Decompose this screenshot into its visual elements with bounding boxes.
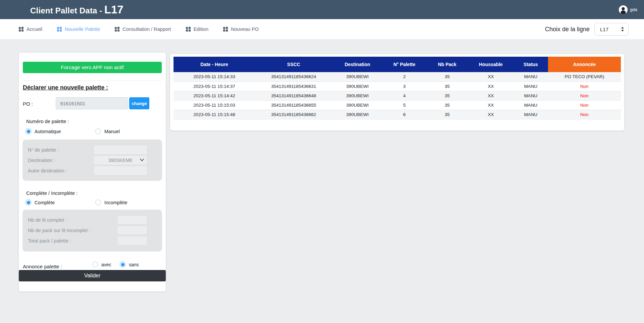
app-header: Client Pallet Data - L17 gda bbox=[0, 0, 644, 19]
grid-icon bbox=[186, 27, 191, 32]
chevron-down-icon bbox=[140, 159, 144, 161]
num-palette-label: N° de palette : bbox=[28, 147, 59, 153]
line-chooser-label: Choix de la ligne bbox=[545, 26, 590, 33]
cell-nb-pack: 35 bbox=[426, 82, 468, 91]
autre-destination-row: Autre destination : bbox=[22, 165, 162, 176]
cell-palette: 4 bbox=[383, 91, 426, 100]
cell-destination: 390UBEWI bbox=[332, 110, 383, 119]
nb-lit-complet-row: Nb de lit complet : bbox=[22, 215, 162, 225]
cell-sscc: 354131491185436655 bbox=[255, 100, 332, 110]
col-header-date-heure: Date - Heure bbox=[174, 57, 255, 72]
destination-select-value: 390SKEME bbox=[108, 158, 133, 163]
cell-status: MANU bbox=[513, 110, 548, 119]
cell-annoncee: Non bbox=[548, 91, 621, 100]
radio-label: Complète bbox=[35, 200, 55, 205]
total-pack-row: Total pack / palette : bbox=[22, 235, 162, 246]
nav-item-consultation-rapport[interactable]: Consultation / Rapport bbox=[115, 26, 171, 32]
main-nav: Accueil Nouvelle Palette Consultation / … bbox=[0, 19, 644, 39]
radio-unselected-icon bbox=[92, 262, 98, 267]
grid-icon bbox=[57, 27, 62, 32]
radio-label: sans bbox=[129, 262, 139, 267]
annonce-radio-group: avec sans bbox=[19, 262, 166, 268]
main-content: Forcage vers APF non actif Déclarer une … bbox=[0, 39, 644, 323]
user-menu[interactable]: gda bbox=[619, 5, 637, 14]
numero-palette-fieldset: N° de palette : Destination : 390SKEME bbox=[22, 140, 162, 181]
destination-select[interactable]: 390SKEME bbox=[94, 155, 147, 165]
cell-palette: 5 bbox=[383, 100, 426, 110]
nb-lit-complet-label: Nb de lit complet : bbox=[28, 217, 67, 223]
nav-label: Accueil bbox=[27, 26, 42, 32]
nb-lit-complet-input[interactable] bbox=[117, 215, 147, 224]
table-row: 2023-05-11 15:15:48 354131491185436662 3… bbox=[174, 110, 621, 119]
destination-row: Destination : 390SKEME bbox=[22, 155, 162, 165]
cell-houssable: XX bbox=[468, 100, 513, 110]
cell-status: MANU bbox=[513, 91, 548, 100]
divider bbox=[23, 80, 162, 81]
cell-destination: 390UBEWI bbox=[332, 82, 383, 91]
autre-destination-label: Autre destination : bbox=[28, 168, 67, 173]
nav-item-edition[interactable]: Edition bbox=[186, 26, 208, 32]
nav-item-nouvelle-palette[interactable]: Nouvelle Palette bbox=[57, 26, 100, 32]
cell-destination: 390UBEWI bbox=[332, 100, 383, 110]
table-header-row: Date - Heure SSCC Destination N° Palette… bbox=[174, 57, 621, 72]
nav-item-accueil[interactable]: Accueil bbox=[19, 26, 42, 32]
po-input[interactable] bbox=[56, 97, 128, 109]
cell-date: 2023-05-11 15:15:03 bbox=[174, 100, 255, 110]
cell-date: 2023-05-11 15:14:37 bbox=[174, 82, 255, 91]
cell-date: 2023-05-11 15:14:42 bbox=[174, 91, 255, 100]
forcage-apf-button[interactable]: Forcage vers APF non actif bbox=[23, 62, 162, 73]
cell-annoncee: Non bbox=[548, 82, 621, 91]
grid-icon bbox=[19, 27, 23, 32]
radio-selected-icon bbox=[26, 128, 31, 134]
nb-pack-incomplet-input[interactable] bbox=[117, 226, 147, 235]
radio-automatique[interactable]: Automatique bbox=[26, 128, 61, 134]
num-palette-input[interactable] bbox=[94, 145, 147, 155]
radio-manuel[interactable]: Manuel bbox=[95, 128, 120, 134]
radio-label: Automatique bbox=[35, 129, 61, 134]
cell-nb-pack: 35 bbox=[426, 110, 468, 119]
nav-label: Consultation / Rapport bbox=[122, 26, 171, 32]
cell-houssable: XX bbox=[468, 91, 513, 100]
radio-complete[interactable]: Complète bbox=[26, 200, 55, 205]
line-select-value: L17 bbox=[600, 26, 621, 32]
radio-label: Incomplète bbox=[104, 200, 127, 205]
complete-section-label: Complète / Incomplète : bbox=[26, 191, 78, 196]
total-pack-input[interactable] bbox=[117, 236, 147, 245]
grid-icon bbox=[115, 27, 119, 32]
col-header-nb-pack: Nb Pack bbox=[426, 57, 468, 72]
destination-label: Destination : bbox=[28, 158, 55, 163]
line-select[interactable]: L17 bbox=[594, 23, 629, 36]
radio-unselected-icon bbox=[95, 128, 101, 134]
radio-sans[interactable]: sans bbox=[120, 262, 139, 267]
radio-selected-icon bbox=[120, 262, 126, 267]
radio-avec[interactable]: avec bbox=[92, 262, 111, 267]
line-chooser: Choix de la ligne L17 bbox=[545, 23, 629, 36]
nav-label: Edition bbox=[194, 26, 208, 32]
user-avatar-icon bbox=[619, 5, 628, 14]
table-row: 2023-05-11 15:15:03 354131491185436655 3… bbox=[174, 100, 621, 110]
radio-unselected-icon bbox=[95, 200, 101, 205]
col-header-houssable: Houssable bbox=[468, 57, 513, 72]
pack-counts-fieldset: Nb de lit complet : Nb de pack sur lit i… bbox=[22, 210, 162, 252]
nav-item-nouveau-po[interactable]: Nouveau PO bbox=[223, 26, 259, 32]
cell-destination: 390UBEWI bbox=[332, 72, 383, 82]
cell-houssable: XX bbox=[468, 72, 513, 82]
radio-label: Manuel bbox=[104, 129, 120, 134]
col-header-sscc: SSCC bbox=[255, 57, 332, 72]
cell-palette: 6 bbox=[383, 110, 426, 119]
autre-destination-input[interactable] bbox=[94, 166, 147, 175]
radio-selected-icon bbox=[26, 200, 31, 205]
pallet-table-card: Date - Heure SSCC Destination N° Palette… bbox=[170, 54, 624, 130]
cell-date: 2023-05-11 15:14:33 bbox=[174, 72, 255, 82]
valider-button[interactable]: Valider bbox=[19, 270, 166, 281]
radio-incomplete[interactable]: Incomplète bbox=[95, 200, 127, 205]
col-header-status: Status bbox=[513, 57, 548, 72]
cell-sscc: 354131491185436624 bbox=[255, 72, 332, 82]
change-po-button[interactable]: change bbox=[129, 97, 149, 109]
radio-label: avec bbox=[101, 262, 111, 267]
table-row: 2023-05-11 15:14:37 354131491185436631 3… bbox=[174, 82, 621, 91]
page-title: Client Pallet Data - L17 bbox=[30, 3, 123, 16]
po-label: PO : bbox=[23, 98, 33, 110]
nav-label: Nouvelle Palette bbox=[65, 26, 100, 32]
cell-annoncee: PO TECO (PEVAR) bbox=[548, 72, 621, 82]
